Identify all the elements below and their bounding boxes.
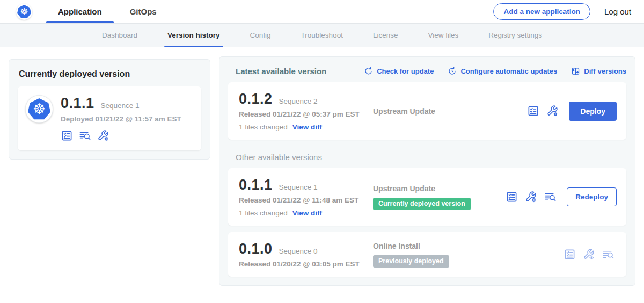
currently-deployed-panel: Currently deployed version ☸ 0.1.1 Seque… [9,59,210,160]
deployed-version-number: 0.1.1 [61,95,94,112]
tab-config-label: Config [250,31,271,39]
wrench-eye-icon[interactable] [583,248,595,261]
checklist-icon[interactable] [506,191,518,203]
tab-version-history[interactable]: Version history [152,24,235,47]
logout-link[interactable]: Log out [604,7,631,16]
deploy-button[interactable]: Deploy [569,102,617,121]
app-subnav: Dashboard Version history Config Trouble… [0,24,644,47]
logs-magnifier-icon[interactable] [544,191,557,203]
version-source-label: Upstream Update [373,107,527,116]
redeploy-button[interactable]: Redeploy [567,187,617,206]
update-schedule-icon [448,67,457,76]
tab-dashboard[interactable]: Dashboard [87,24,152,47]
checklist-icon[interactable] [61,129,73,142]
tab-view-files-label: View files [428,31,458,39]
files-changed-label: 1 files changed [239,123,288,131]
version-row-0-1-2: 0.1.2 Sequence 2 Released 01/21/22 @ 05:… [228,82,626,140]
tab-config[interactable]: Config [235,24,286,47]
check-for-update-link[interactable]: Check for update [364,67,434,76]
refresh-icon [364,67,373,76]
version-source-label: Upstream Update [373,184,506,193]
header-tab-application[interactable]: Application [44,0,116,23]
tab-version-history-label: Version history [167,31,220,39]
view-diff-link[interactable]: View diff [292,123,322,131]
logs-magnifier-icon[interactable] [602,248,614,261]
currently-deployed-title: Currently deployed version [19,69,201,79]
tab-license[interactable]: License [358,24,413,47]
add-new-application-button[interactable]: Add a new application [493,3,590,20]
latest-version-heading: Latest available version [236,67,326,76]
deployed-timestamp: Deployed 01/21/22 @ 11:57 am EST [61,115,181,123]
kubernetes-logo-icon: ☸ [16,4,32,20]
tab-license-label: License [373,31,398,39]
version-row-0-1-1: 0.1.1 Sequence 1 Released 01/21/22 @ 11:… [228,168,626,226]
tab-troubleshoot[interactable]: Troubleshoot [286,24,358,47]
wrench-gear-icon[interactable] [97,129,109,142]
currently-deployed-card: ☸ 0.1.1 Sequence 1 Deployed 01/21/22 @ 1… [18,86,201,150]
version-source-label: Online Install [373,242,564,250]
header-tab-application-label: Application [58,7,102,16]
diff-icon [571,67,580,76]
checklist-icon[interactable] [527,105,539,117]
header-tab-gitops[interactable]: GitOps [116,0,171,23]
check-for-update-label: Check for update [377,67,434,75]
version-row-0-1-0: 0.1.0 Sequence 0 Released 01/20/22 @ 03:… [228,232,626,277]
main-content: Currently deployed version ☸ 0.1.1 Seque… [0,47,644,286]
previously-deployed-badge: Previously deployed [373,255,449,268]
tab-registry-settings-label: Registry settings [488,31,542,39]
other-versions-heading: Other available versions [236,153,626,162]
view-diff-link[interactable]: View diff [292,209,322,217]
tab-view-files[interactable]: View files [413,24,473,47]
deployed-sequence-label: Sequence 1 [101,102,140,110]
sequence-label: Sequence 2 [279,97,318,105]
logs-magnifier-icon[interactable] [79,129,91,142]
tab-registry-settings[interactable]: Registry settings [473,24,557,47]
version-number: 0.1.0 [239,241,273,257]
sequence-label: Sequence 1 [279,183,318,191]
configure-automatic-updates-link[interactable]: Configure automatic updates [448,67,557,76]
released-timestamp: Released 01/20/22 @ 03:05 pm EST [239,260,373,268]
wrench-gear-icon[interactable] [546,105,559,117]
tab-troubleshoot-label: Troubleshoot [301,31,343,39]
kubernetes-app-icon: ☸ [25,95,53,123]
tab-dashboard-label: Dashboard [102,31,137,39]
released-timestamp: Released 01/21/22 @ 11:48 am EST [239,196,373,204]
sequence-label: Sequence 0 [279,247,318,255]
diff-versions-link[interactable]: Diff versions [571,67,626,76]
wrench-gear-icon[interactable] [525,191,537,203]
version-number: 0.1.2 [239,91,273,107]
header-tab-gitops-label: GitOps [130,7,157,16]
currently-deployed-badge: Currently deployed version [373,198,471,210]
diff-versions-label: Diff versions [584,67,626,75]
version-number: 0.1.1 [239,177,273,193]
version-history-panel: Latest available version Check for updat… [219,56,635,286]
files-changed-label: 1 files changed [239,209,288,217]
app-header: ☸ Application GitOps Add a new applicati… [0,0,644,24]
configure-automatic-updates-label: Configure automatic updates [460,67,557,75]
checklist-icon[interactable] [564,248,576,261]
released-timestamp: Released 01/21/22 @ 05:37 pm EST [239,110,373,118]
